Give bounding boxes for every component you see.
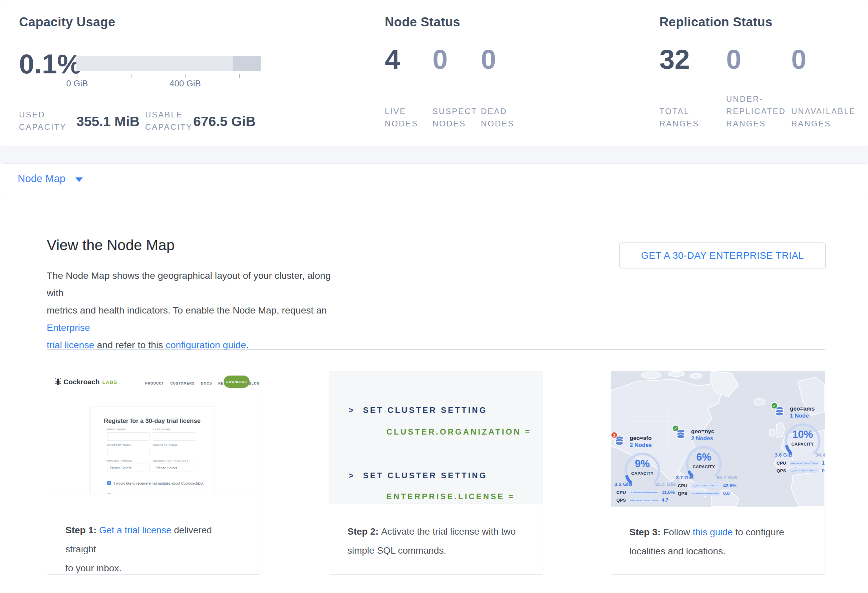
locality-name: geo=ams (790, 405, 825, 412)
roach-icon (55, 378, 61, 386)
inline-link[interactable]: Enterprise trial license (47, 322, 94, 350)
field-input-graphic (153, 448, 195, 456)
used-capacity-label: USED CAPACITY (19, 108, 66, 133)
stat-column: 32TOTAL RANGES (660, 46, 690, 131)
stat-label: LIVE NODES (385, 105, 418, 130)
qps-value: 0.0 (822, 468, 825, 473)
node-status-stats: 4LIVE NODES0SUSPECT NODES0DEAD NODES (385, 46, 638, 131)
axis-label-zero: 0 GiB (50, 78, 104, 89)
capacity-caption: CAPACITY (782, 442, 823, 447)
form-field: PROJECT PHASEPlease Select (107, 459, 149, 472)
qps-sparkline (630, 497, 658, 503)
node-map-dropdown-label[interactable]: Node Map (18, 173, 65, 185)
qps-value: 4.7 (662, 497, 668, 503)
license-agreement-link-graphic: Software License Agreement. (136, 493, 182, 494)
stat-value: 4 (385, 44, 400, 74)
axis-label-400: 400 GiB (158, 78, 212, 89)
step-2-card: >SET CLUSTER SETTING CLUSTER.ORGANIZATIO… (329, 371, 543, 575)
form-field: REASON FOR INTERESTPlease Select (153, 459, 195, 472)
status-ok-icon: ✓ (672, 425, 679, 432)
site-nav-item: BLOG (249, 381, 260, 385)
cpu-value: 42.5% (723, 483, 737, 488)
capacity-caption: CAPACITY (683, 465, 725, 469)
stat-value: 0 (481, 44, 496, 74)
used-capacity-value: 355.1 MiB (77, 114, 139, 129)
stat-label: TOTAL RANGES (660, 105, 699, 130)
registration-screenshot: Cockroach LABS PRODUCTCUSTOMERSDOCSRESOU… (47, 371, 261, 494)
field-input-graphic (107, 432, 149, 441)
checkbox-row: I would like to receive email updates ab… (107, 481, 204, 485)
field-input-graphic: Please Select (107, 464, 149, 472)
usable-capacity-label: USABLE CAPACITY (145, 108, 193, 133)
cockroach-labs-logo: Cockroach LABS (55, 378, 117, 386)
step-1-card: Cockroach LABS PRODUCTCUSTOMERSDOCSRESOU… (47, 371, 261, 575)
cluster-summary-panel: Capacity Usage 0.1% 0 GiB 400 GiB USED C… (2, 3, 866, 146)
replication-status-stats: 32TOTAL RANGES0UNDER- REPLICATED RANGES0… (660, 46, 867, 131)
stat-value: 0 (433, 44, 448, 74)
section-separator-band (0, 146, 868, 163)
capacity-percent-value: 10% (782, 428, 823, 441)
sql-line-3: >SET CLUSTER SETTING (349, 471, 487, 480)
qps-label: QPS (678, 491, 691, 496)
download-button-graphic: DOWNLOAD (224, 375, 249, 388)
inline-link[interactable]: this guide (693, 527, 733, 537)
step-3-caption: Step 3: Follow this guide to configure l… (611, 507, 825, 561)
field-label: REASON FOR INTEREST (153, 459, 195, 462)
stat-value: 32 (660, 44, 690, 74)
field-label: COMPANY EMAIL (153, 444, 195, 447)
capacity-axis-ticks (77, 73, 261, 78)
capacity-percent-value: 6% (683, 451, 725, 463)
replication-status-title: Replication Status (660, 15, 772, 29)
capacity-percent: 0.1% (19, 49, 81, 80)
capacity-gauge: 10%CAPACITY (782, 421, 823, 453)
capacity-gauge: 9%CAPACITY (622, 450, 663, 483)
inline-link[interactable]: Get a trial license (99, 525, 171, 535)
step-1-caption: Step 1: Get a trial license delivered st… (47, 494, 261, 578)
stat-label: UNDER- REPLICATED RANGES (726, 93, 786, 130)
field-input-graphic (153, 432, 195, 441)
form-field: COMPANY EMAIL (153, 444, 195, 456)
capacity-bar (77, 56, 261, 71)
stat-column: 0UNAVAILABLE RANGES (791, 46, 807, 131)
stat-label: DEAD NODES (481, 105, 514, 130)
locality-name: geo=sfo (630, 434, 678, 441)
qps-row: QPS4.7 (616, 497, 678, 503)
field-label: COMPANY NAME (107, 444, 149, 447)
capacity-percent-value: 9% (622, 458, 663, 470)
field-label: FIRST NAME (107, 428, 149, 431)
form-field: COMPANY NAME (107, 444, 149, 456)
sql-line-4: ENTERPRISE.LICENSE = (387, 492, 515, 501)
stat-value: 0 (726, 44, 741, 74)
node-map-dropdown[interactable]: Node Map (2, 163, 866, 194)
checkbox-row: I agree to the Software License Agreemen… (107, 493, 204, 494)
stat-label: SUSPECT NODES (433, 105, 477, 130)
locality-marker-ams: ✓geo=ams1 Node10%CAPACITY3.6 GiB34.4 GiB… (775, 405, 825, 473)
stat-value: 0 (791, 44, 807, 74)
checkbox-label: I would like to receive email updates ab… (114, 481, 204, 485)
status-error-icon: 1 (611, 431, 618, 438)
qps-row: QPS0.0 (776, 468, 825, 473)
checkbox-label: I agree to the Software License Agreemen… (114, 493, 182, 494)
capacity-bar-dark-segment (233, 56, 261, 71)
site-nav-item: PRODUCT (145, 381, 164, 385)
stat-column: 4LIVE NODES (385, 46, 400, 131)
qps-label: QPS (616, 497, 630, 503)
registration-form: Register for a 30-day trial license FIRS… (90, 406, 214, 494)
qps-row: QPS0.0 (678, 491, 739, 496)
checkbox-graphic (107, 493, 111, 494)
capacity-caption: CAPACITY (622, 471, 663, 476)
node-map-screenshot: 1geo=sfo2 Nodes9%CAPACITY3.2 GiB35.1 GiB… (611, 371, 825, 507)
status-ok-icon: ✓ (771, 402, 778, 409)
field-input-graphic: Please Select (153, 464, 195, 472)
capacity-gauge: 6%CAPACITY (683, 443, 725, 476)
capacity-bar-chart: 0 GiB 400 GiB (77, 56, 261, 88)
locality-node-count: 2 Nodes (630, 441, 678, 449)
form-field: LAST NAME (153, 428, 195, 441)
locality-node-count: 1 Node (790, 412, 825, 419)
enterprise-trial-button[interactable]: GET A 30-DAY ENTERPRISE TRIAL (619, 243, 826, 268)
stat-label: UNAVAILABLE RANGES (791, 105, 856, 130)
node-status-title: Node Status (385, 15, 460, 29)
usable-capacity-value: 676.5 GiB (193, 114, 255, 129)
qps-label: QPS (776, 468, 790, 473)
field-label: LAST NAME (153, 428, 195, 431)
